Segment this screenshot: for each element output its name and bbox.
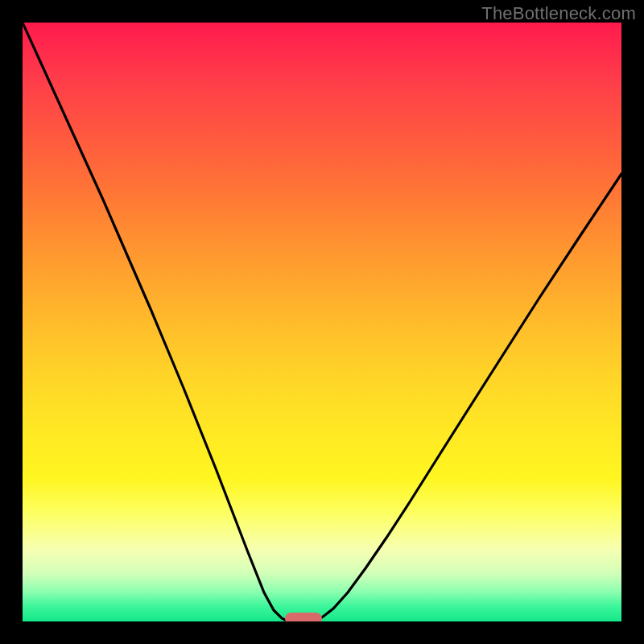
left-curve [23,23,288,621]
chart-frame: TheBottleneck.com [0,0,644,644]
bottleneck-marker [285,613,322,622]
right-curve [314,174,621,621]
plot-area [23,23,621,621]
watermark-text: TheBottleneck.com [481,3,636,24]
curve-layer [23,23,621,621]
